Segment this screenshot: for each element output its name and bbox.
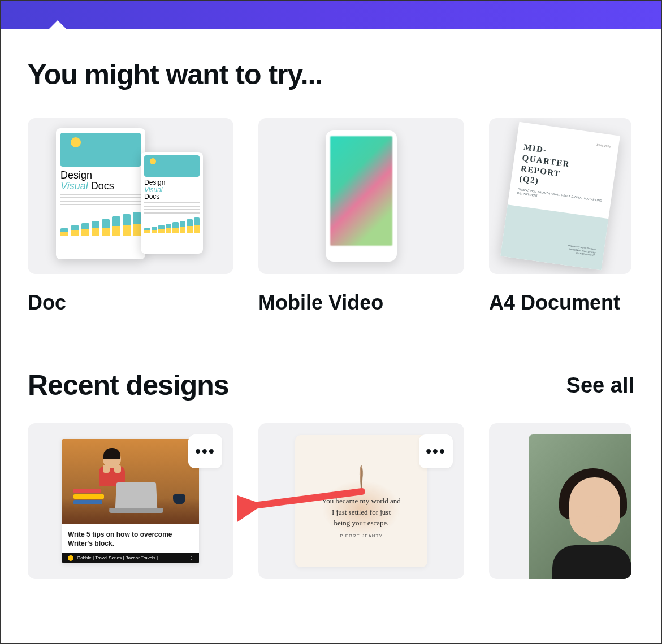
- template-preview-a4: JUNE 2023 MID- QUARTER REPORT (Q2) DIGIP…: [489, 118, 631, 274]
- doc-thumb-docs: Docs: [91, 180, 114, 192]
- more-options-button[interactable]: •••: [419, 434, 453, 468]
- recent-1-footer: Gobble | Travel Series | Bazaar Travels …: [77, 555, 163, 560]
- try-card-row: Design Visual Docs Design Visual Docs: [28, 118, 634, 315]
- more-icon: •••: [426, 442, 445, 460]
- doc-thumb-visual: Visual: [60, 180, 88, 192]
- template-card-doc[interactable]: Design Visual Docs Design Visual Docs: [28, 118, 233, 315]
- template-preview-doc: Design Visual Docs Design Visual Docs: [28, 118, 233, 274]
- recent-section-heading: Recent designs: [28, 369, 229, 402]
- template-label-a4: A4 Document: [489, 291, 634, 315]
- recent-1-caption: Write 5 tips on how to overcome Writer's…: [62, 524, 199, 552]
- recent-card-1[interactable]: Write 5 tips on how to overcome Writer's…: [28, 423, 233, 579]
- recent-card-2[interactable]: You became my world and I just settled f…: [258, 423, 464, 579]
- feather-icon: [356, 464, 367, 492]
- recent-card-3[interactable]: [489, 423, 631, 579]
- more-options-button[interactable]: •••: [188, 434, 222, 468]
- template-preview-mobile-video: [258, 118, 464, 274]
- doc-thumb-title: Design: [60, 169, 92, 181]
- see-all-link[interactable]: See all: [566, 373, 634, 398]
- recent-card-row: Write 5 tips on how to overcome Writer's…: [28, 423, 634, 579]
- template-card-a4[interactable]: JUNE 2023 MID- QUARTER REPORT (Q2) DIGIP…: [489, 118, 634, 315]
- template-label-doc: Doc: [28, 291, 233, 315]
- quote-author: PIERRE JEANTY: [340, 533, 383, 538]
- template-label-mobile-video: Mobile Video: [258, 291, 464, 315]
- template-card-mobile-video[interactable]: Mobile Video: [258, 118, 464, 315]
- try-section-heading: You might want to try...: [28, 58, 634, 91]
- top-banner: [1, 1, 661, 29]
- more-icon: •••: [195, 442, 215, 460]
- phone-frame: [326, 130, 397, 262]
